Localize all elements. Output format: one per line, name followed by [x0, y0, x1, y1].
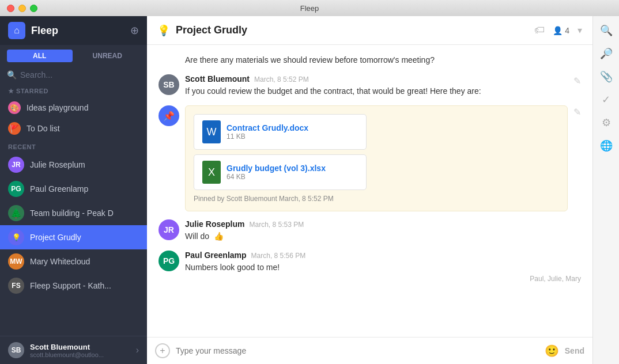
chevron-right-icon: ›	[136, 345, 139, 355]
message-time: March, 8 5:53 PM	[249, 221, 304, 229]
message-author: Julie Roseplum	[185, 219, 244, 229]
footer-username: Scott Bluemount	[30, 343, 104, 351]
message-time: March, 8 5:56 PM	[251, 252, 306, 260]
main-content: 💡 Project Grudly 🏷 👤 4 ▾ Are there any m…	[147, 16, 592, 364]
message-author: Scott Bluemount	[185, 74, 250, 84]
avatar-scott: SB	[8, 342, 24, 358]
emoji-button[interactable]: 🙂	[545, 344, 559, 358]
search-placeholder: Search...	[20, 70, 52, 79]
chat-header: 💡 Project Grudly 🏷 👤 4 ▾	[147, 16, 592, 45]
pinned-by-label: Pinned by Scott Bluemount March, 8 5:52 …	[194, 195, 559, 203]
file-info: Contract Grudly.docx 11 KB	[227, 123, 308, 141]
sidebar-footer[interactable]: SB Scott Bluemount scott.bluemount@outlo…	[0, 336, 147, 364]
avatar-julie: JR	[8, 157, 24, 173]
members-button[interactable]: 👤 4	[553, 26, 569, 35]
sidebar-item-label: Team building - Peak D	[30, 208, 114, 218]
tab-all[interactable]: ALL	[7, 50, 73, 62]
message-meta: Scott Bluemount March, 8 5:52 PM	[185, 74, 568, 84]
sidebar-item-team[interactable]: 🌲 Team building - Peak D	[0, 201, 147, 225]
pin-icon: 📌	[158, 105, 179, 126]
message-row-paul: PG Paul Greenlamp March, 8 5:56 PM Numbe…	[158, 251, 581, 283]
app-logo-icon: ⌂	[8, 22, 25, 39]
sidebar-item-label: Project Grudly	[30, 233, 81, 242]
pinned-card: W Contract Grudly.docx 11 KB X Grudly bu…	[185, 105, 568, 211]
message-input-area: + 🙂 Send	[147, 337, 592, 364]
avatar-grudly: 💡	[8, 229, 24, 245]
app-body: ⌂ Fleep ⊕ ALL UNREAD 🔍 Search... ★ STARR…	[0, 16, 619, 364]
file-card-docx[interactable]: W Contract Grudly.docx 11 KB	[194, 114, 367, 150]
seen-by: Paul, Julie, Mary	[185, 275, 581, 283]
tab-unread[interactable]: UNREAD	[75, 50, 141, 62]
sidebar-item-label: Ideas playground	[27, 103, 88, 112]
globe-icon[interactable]: 🌐	[600, 139, 613, 152]
header-actions: 🏷 👤 4 ▾	[534, 24, 582, 36]
members-count: 4	[565, 26, 569, 35]
gear-icon[interactable]: ⚙	[602, 116, 611, 129]
window-title: Fleep	[300, 4, 319, 13]
conversation-title: Project Grudly	[176, 24, 529, 36]
sidebar-item-mary[interactable]: MW Mary Whitecloud	[0, 249, 147, 274]
sidebar-item-julie[interactable]: JR Julie Roseplum	[0, 153, 147, 177]
message-body: Scott Bluemount March, 8 5:52 PM If you …	[185, 74, 568, 97]
thumbs-up-reaction: 👍	[214, 232, 224, 241]
add-conversation-button[interactable]: ⊕	[130, 24, 139, 37]
avatar-paul-msg: PG	[158, 251, 179, 271]
attach-button[interactable]: +	[155, 343, 170, 358]
app-name: Fleep	[31, 25, 124, 37]
message-text: Numbers look good to me!	[185, 261, 581, 274]
message-time: March, 8 5:52 PM	[254, 75, 309, 84]
avatar-fleep: FS	[8, 278, 24, 294]
sidebar: ⌂ Fleep ⊕ ALL UNREAD 🔍 Search... ★ STARR…	[0, 16, 147, 364]
file-card-xlsx[interactable]: X Grudly budget (vol 3).xlsx 64 KB	[194, 154, 367, 190]
message-meta: Julie Roseplum March, 8 5:53 PM	[185, 219, 581, 229]
avatar-julie-msg: JR	[158, 219, 179, 240]
paperclip-icon[interactable]: 📎	[600, 70, 613, 83]
sidebar-header: ⌂ Fleep ⊕	[0, 16, 147, 45]
message-meta: Paul Greenlamp March, 8 5:56 PM	[185, 251, 581, 260]
message-body-paul: Paul Greenlamp March, 8 5:56 PM Numbers …	[185, 251, 581, 283]
search-box[interactable]: 🔍 Search...	[7, 70, 140, 79]
file-size: 64 KB	[227, 173, 326, 181]
avatar-team: 🌲	[8, 205, 24, 221]
minimize-button[interactable]	[18, 5, 26, 12]
message-input[interactable]	[176, 346, 539, 355]
sidebar-item-grudly[interactable]: 💡 Project Grudly	[0, 225, 147, 249]
palette-icon: 🎨	[8, 101, 21, 114]
sidebar-item-label: Julie Roseplum	[30, 160, 85, 169]
file-info: Grudly budget (vol 3).xlsx 64 KB	[227, 164, 326, 181]
pinned-message-row: 📌 W Contract Grudly.docx 11 KB X Grudly …	[158, 105, 581, 211]
search-area: 🔍 Search...	[0, 67, 147, 83]
sidebar-item-paul[interactable]: PG Paul Greenlamp	[0, 177, 147, 201]
close-button[interactable]	[7, 5, 14, 12]
send-button[interactable]: Send	[565, 346, 584, 355]
sidebar-item-ideas[interactable]: 🎨 Ideas playground	[0, 97, 147, 118]
members-icon: 👤	[553, 26, 563, 35]
message-author: Paul Greenlamp	[185, 251, 247, 260]
person-search-icon[interactable]: 🔎	[600, 47, 613, 60]
intro-text: Are there any materials we should review…	[185, 55, 435, 65]
search-icon[interactable]: 🔍	[600, 24, 613, 37]
footer-email: scott.bluemount@outloo...	[30, 351, 104, 358]
file-size: 11 KB	[227, 132, 308, 141]
message-text: If you could review the budget and the c…	[185, 85, 568, 97]
maximize-button[interactable]	[30, 5, 37, 12]
search-icon: 🔍	[7, 70, 17, 79]
recent-section-label: RECENT	[0, 139, 147, 153]
avatar-paul: PG	[8, 181, 24, 197]
edit-icon[interactable]: ✎	[573, 75, 581, 86]
footer-user-info: Scott Bluemount scott.bluemount@outloo..…	[30, 343, 104, 358]
tag-icon[interactable]: 🏷	[534, 24, 545, 36]
messages-area[interactable]: Are there any materials we should review…	[147, 45, 592, 337]
message-row-julie: JR Julie Roseplum March, 8 5:53 PM Will …	[158, 219, 581, 242]
sidebar-item-fleep[interactable]: FS Fleep Support - Kath...	[0, 274, 147, 298]
conversation-icon: 💡	[157, 24, 170, 37]
edit-icon-pin[interactable]: ✎	[573, 107, 581, 117]
sidebar-item-todo[interactable]: 🚩 To Do list	[0, 118, 147, 139]
xlsx-icon: X	[202, 161, 221, 184]
message-row: SB Scott Bluemount March, 8 5:52 PM If y…	[158, 74, 581, 97]
chevron-down-icon[interactable]: ▾	[578, 25, 582, 36]
intro-message: Are there any materials we should review…	[158, 54, 581, 66]
flag-icon: 🚩	[8, 122, 21, 135]
filter-tabs: ALL UNREAD	[0, 45, 147, 67]
checkmark-icon[interactable]: ✓	[602, 93, 610, 106]
